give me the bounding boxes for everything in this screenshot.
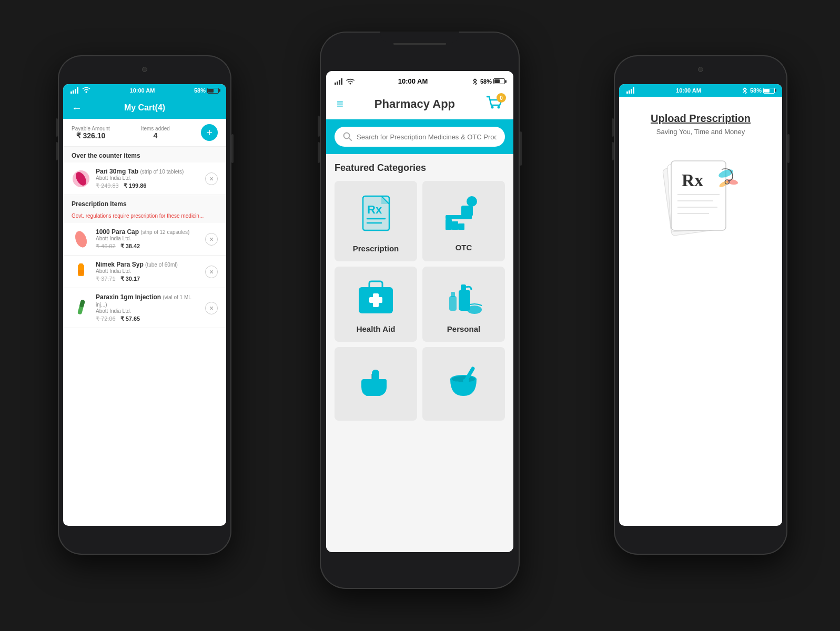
svg-rect-46 xyxy=(629,90,630,94)
prescription-section-title: Prescription Items xyxy=(63,195,226,211)
category-more1[interactable] xyxy=(335,347,417,421)
pari-brand: Abott India Ltd. xyxy=(96,175,200,181)
signal-icon xyxy=(70,87,80,94)
svg-point-17 xyxy=(349,83,351,84)
cart-button[interactable]: 0 xyxy=(486,96,503,113)
svg-rect-47 xyxy=(631,89,632,94)
para-remove[interactable]: × xyxy=(205,233,218,246)
right-screen: 10:00 AM 58% Upload Prescription Saving … xyxy=(619,84,782,526)
svg-text:Rx: Rx xyxy=(682,170,703,190)
svg-text:Rx: Rx xyxy=(367,203,382,216)
svg-rect-16 xyxy=(341,78,342,85)
rx-icon: Rx xyxy=(358,194,394,236)
upload-prescription-content: Upload Prescription Saving You, Time and… xyxy=(619,97,782,257)
battery-fill-right xyxy=(764,89,770,93)
search-bar[interactable] xyxy=(335,127,505,147)
svg-rect-29 xyxy=(461,206,473,216)
paraxin-icon xyxy=(72,299,90,318)
paraxin-brand: Abott India Ltd. xyxy=(96,308,200,314)
search-bar-wrap xyxy=(326,119,513,154)
svg-rect-35 xyxy=(369,297,382,303)
nimek-remove[interactable]: × xyxy=(205,266,218,278)
wifi-icon-left xyxy=(82,87,90,94)
healthaid-svg xyxy=(356,279,396,316)
search-input[interactable] xyxy=(357,133,497,141)
more1-icon xyxy=(356,363,396,402)
prescription-warning: Govt. regulations require prescription f… xyxy=(63,211,226,223)
healthaid-icon xyxy=(356,279,396,318)
cart-item-pari: Pari 30mg Tab (strip of 10 tablets) Abot… xyxy=(63,162,226,195)
left-signal xyxy=(70,87,90,94)
search-icon xyxy=(343,132,352,141)
svg-rect-31 xyxy=(452,221,458,230)
para-name: 1000 Para Cap xyxy=(96,228,139,236)
para-icon xyxy=(72,230,90,249)
svg-rect-37 xyxy=(461,284,466,292)
cart-badge: 0 xyxy=(497,93,506,103)
category-prescription[interactable]: Rx Prescription xyxy=(335,181,417,261)
center-signal xyxy=(335,78,355,85)
category-more2[interactable] xyxy=(422,347,505,421)
volume-up-button[interactable] xyxy=(56,118,58,137)
svg-point-40 xyxy=(467,306,482,314)
right-battery: 58% xyxy=(741,87,775,94)
right-volume-up[interactable] xyxy=(612,118,614,137)
right-volume-down[interactable] xyxy=(612,142,614,160)
battery-fill-left xyxy=(208,89,214,93)
nimek-brand: Abott India Ltd. xyxy=(96,268,200,274)
pari-icon xyxy=(72,169,90,188)
healthaid-label: Health Aid xyxy=(357,324,396,333)
svg-line-21 xyxy=(349,138,351,140)
payable-amount: Payable Amount ₹ 326.10 xyxy=(72,126,110,140)
pari-name: Pari 30mg Tab xyxy=(96,168,138,175)
volume-down-button[interactable] xyxy=(56,142,58,160)
right-phone: 10:00 AM 58% Upload Prescription Saving … xyxy=(614,55,787,555)
paraxin-remove[interactable]: × xyxy=(205,302,218,314)
category-personal[interactable]: Personal xyxy=(422,267,505,342)
more2-icon xyxy=(444,363,483,402)
power-button[interactable] xyxy=(231,134,234,163)
svg-rect-39 xyxy=(451,292,455,297)
cart-header: ← My Cart(4) xyxy=(63,97,226,119)
back-button[interactable]: ← xyxy=(72,102,82,114)
left-screen: 10:00 AM 58% ← My Cart(4) Payable Amount… xyxy=(63,84,226,526)
otc-svg xyxy=(443,195,485,235)
paraxin-price: ₹ 72.06 ₹ 57.65 xyxy=(96,316,200,322)
center-power[interactable] xyxy=(520,131,522,166)
notch-center xyxy=(380,32,459,43)
svg-rect-14 xyxy=(337,82,338,85)
paraxin-info: Paraxin 1gm Injection (vial of 1 ML inj.… xyxy=(96,293,200,322)
nimek-price: ₹ 37.71 ₹ 30.17 xyxy=(96,276,200,282)
prescription-illustration: Rx xyxy=(659,151,743,246)
center-volume-down[interactable] xyxy=(318,142,320,163)
otc-icon xyxy=(443,195,485,237)
cart-item-paraxin: Paraxin 1gm Injection (vial of 1 ML inj.… xyxy=(63,288,226,328)
wifi-icon-center xyxy=(346,78,355,85)
svg-point-27 xyxy=(467,196,477,207)
svg-rect-48 xyxy=(633,87,634,94)
nimek-icon xyxy=(72,262,90,281)
bluetooth-icon-right xyxy=(741,87,748,94)
left-battery: 58% xyxy=(194,87,219,94)
category-otc[interactable]: OTC xyxy=(422,181,505,261)
hamburger-menu[interactable]: ≡ xyxy=(337,97,343,111)
svg-point-44 xyxy=(463,379,469,383)
right-power[interactable] xyxy=(787,134,790,163)
bluetooth-icon xyxy=(471,78,479,85)
cart-title: My Cart(4) xyxy=(124,103,165,113)
right-signal xyxy=(626,87,636,94)
center-time: 10:00 AM xyxy=(398,77,428,85)
cart-item-para: 1000 Para Cap (strip of 12 capsules) Abo… xyxy=(63,223,226,256)
center-status-bar: 10:00 AM 58% xyxy=(326,71,513,89)
para-price: ₹ 46.02 ₹ 38.42 xyxy=(96,243,200,250)
pari-remove[interactable]: × xyxy=(205,172,218,185)
pari-info: Pari 30mg Tab (strip of 10 tablets) Abot… xyxy=(96,168,200,189)
category-grid: Rx Prescription xyxy=(335,181,505,421)
category-healthaid[interactable]: Health Aid xyxy=(335,267,417,342)
add-to-cart-button[interactable]: + xyxy=(201,124,218,141)
finger-svg xyxy=(356,363,396,400)
personal-svg xyxy=(444,279,483,316)
center-volume-up[interactable] xyxy=(318,116,320,137)
signal-icon-right xyxy=(626,87,636,94)
svg-rect-1 xyxy=(73,90,74,94)
